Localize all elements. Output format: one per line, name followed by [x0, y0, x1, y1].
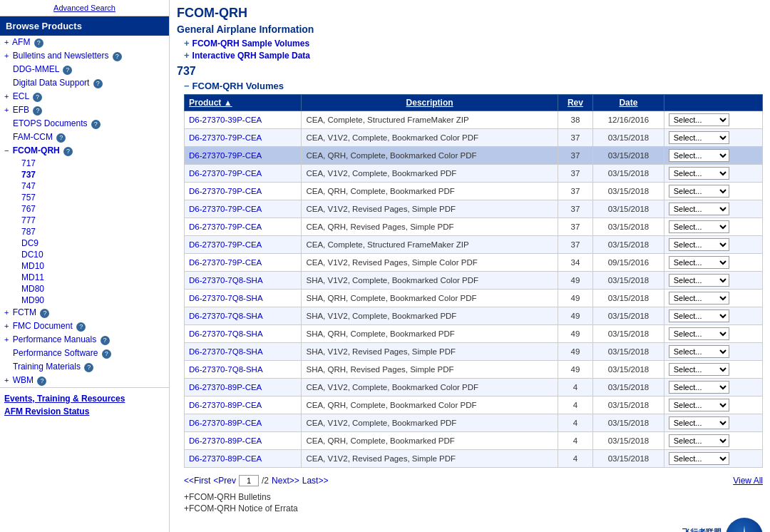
product-link[interactable]: D6-27370-7Q8-SHA — [189, 312, 263, 320]
last-page-link[interactable]: Last>> — [302, 476, 329, 486]
expand-icon-perf[interactable]: + — [4, 335, 9, 344]
col-header-rev[interactable]: Rev — [558, 95, 592, 111]
select-dropdown[interactable]: Select...DownloadView Online — [669, 434, 729, 447]
select-dropdown[interactable]: Select...DownloadView Online — [669, 292, 729, 305]
subsection-link-2[interactable]: Interactive QRH Sample Data — [192, 51, 310, 61]
perf-software-help-icon[interactable]: ? — [102, 349, 111, 359]
select-dropdown[interactable]: Select...DownloadView Online — [669, 220, 729, 233]
select-dropdown[interactable]: Select...DownloadView Online — [669, 452, 729, 465]
product-link[interactable]: D6-27370-89P-CEA — [189, 401, 262, 409]
aircraft-link-md11[interactable]: MD11 — [21, 272, 44, 282]
select-dropdown[interactable]: Select...DownloadView Online — [669, 274, 729, 287]
select-dropdown[interactable]: Select...DownloadView Online — [669, 363, 729, 376]
expand-icon[interactable]: + — [4, 38, 9, 46]
fam-link[interactable]: FAM-CCM — [13, 132, 53, 142]
product-link[interactable]: D6-27370-79P-CEA — [189, 240, 262, 249]
plus-icon-bulletins[interactable]: + — [184, 492, 189, 502]
expand-icon-fmc[interactable]: + — [4, 322, 9, 330]
ecl-help-icon[interactable]: ? — [33, 93, 42, 102]
perf-software-link[interactable]: Performance Software — [13, 348, 98, 358]
rev-sort-link[interactable]: Rev — [568, 98, 583, 108]
expand-icon-bulletins[interactable]: + — [4, 51, 9, 60]
training-link[interactable]: Training Materials — [13, 362, 81, 372]
aircraft-link-717[interactable]: 717 — [21, 158, 36, 168]
aircraft-link-md90[interactable]: MD90 — [21, 295, 44, 305]
fmc-help-icon[interactable]: ? — [76, 322, 86, 332]
subsection-link-1[interactable]: FCOM-QRH Sample Volumes — [192, 39, 309, 48]
aircraft-link-757[interactable]: 757 — [21, 193, 36, 203]
advanced-search-anchor[interactable]: Advanced Search — [53, 4, 115, 12]
select-dropdown[interactable]: Select...DownloadView Online — [669, 113, 729, 126]
ddg-help-icon[interactable]: ? — [63, 66, 72, 75]
collapse-volumes-icon[interactable]: − — [184, 81, 190, 91]
training-help-icon[interactable]: ? — [84, 363, 93, 372]
product-link[interactable]: D6-27370-7Q8-SHA — [189, 329, 263, 338]
select-dropdown[interactable]: Select...DownloadView Online — [669, 256, 729, 269]
afm-help-icon[interactable]: ? — [34, 39, 43, 48]
plus-icon-errata[interactable]: + — [184, 503, 189, 513]
plus-icon-1[interactable]: + — [184, 38, 190, 48]
product-link[interactable]: D6-27370-7Q8-SHA — [189, 347, 263, 356]
fcom-help-icon[interactable]: ? — [63, 147, 73, 156]
events-link[interactable]: Events, Training & Resources — [4, 394, 165, 404]
product-link[interactable]: D6-27370-79P-CEA — [189, 258, 262, 267]
aircraft-link-dc9[interactable]: DC9 — [21, 238, 38, 248]
plus-icon-2[interactable]: + — [184, 50, 190, 61]
aircraft-link-787[interactable]: 787 — [21, 227, 36, 237]
select-dropdown[interactable]: Select...DownloadView Online — [669, 185, 729, 198]
date-sort-link[interactable]: Date — [619, 98, 637, 108]
wbm-help-icon[interactable]: ? — [37, 377, 46, 386]
wbm-link[interactable]: WBM — [13, 375, 34, 385]
aircraft-link-md10[interactable]: MD10 — [21, 261, 44, 271]
fctm-help-icon[interactable]: ? — [40, 309, 49, 318]
select-dropdown[interactable]: Select...DownloadView Online — [669, 238, 729, 251]
product-link[interactable]: D6-27370-89P-CEA — [189, 383, 262, 392]
errata-section-link[interactable]: FCOM-QRH Notice of Errata — [189, 503, 298, 513]
select-dropdown[interactable]: Select...DownloadView Online — [669, 416, 729, 429]
etops-help-icon[interactable]: ? — [91, 120, 101, 129]
perf-manuals-help-icon[interactable]: ? — [101, 336, 110, 345]
col-header-date[interactable]: Date — [593, 95, 664, 111]
aircraft-link-dc10[interactable]: DC10 — [21, 250, 43, 260]
product-link[interactable]: D6-27370-7Q8-SHA — [189, 294, 263, 302]
expand-icon-wbm[interactable]: + — [4, 376, 9, 384]
product-link[interactable]: D6-27370-79P-CEA — [189, 222, 262, 231]
next-page-link[interactable]: Next>> — [272, 476, 299, 486]
first-page-link[interactable]: <<First — [184, 476, 210, 486]
view-all-link[interactable]: View All — [733, 476, 763, 486]
expand-icon-fcom[interactable]: − — [4, 146, 9, 155]
product-link[interactable]: D6-27370-89P-CEA — [189, 419, 262, 427]
efb-help-icon[interactable]: ? — [33, 106, 42, 116]
product-link[interactable]: D6-27370-89P-CEA — [189, 436, 262, 445]
product-link[interactable]: D6-27370-79P-CEA — [189, 169, 262, 178]
bulletins-link[interactable]: Bulletins and Newsletters — [13, 51, 109, 61]
product-link[interactable]: D6-27370-79P-CEA — [189, 133, 262, 142]
select-dropdown[interactable]: Select...DownloadView Online — [669, 310, 729, 322]
expand-icon-fctm[interactable]: + — [4, 308, 9, 317]
advanced-search-link[interactable]: Advanced Search — [0, 0, 169, 16]
select-dropdown[interactable]: Select...DownloadView Online — [669, 203, 729, 215]
col-header-description[interactable]: Description — [302, 95, 558, 111]
select-dropdown[interactable]: Select...DownloadView Online — [669, 399, 729, 411]
fctm-link[interactable]: FCTM — [13, 307, 36, 317]
bulletins-section-link[interactable]: FCOM-QRH Bulletins — [189, 492, 271, 502]
product-link[interactable]: D6-27370-79P-CEA — [189, 205, 262, 213]
select-dropdown[interactable]: Select...DownloadView Online — [669, 131, 729, 144]
product-link[interactable]: D6-27370-79P-CEA — [189, 151, 262, 160]
fmc-link[interactable]: FMC Document — [13, 321, 73, 331]
product-link[interactable]: D6-27370-39P-CEA — [189, 116, 262, 124]
fcom-link[interactable]: FCOM-QRH — [13, 145, 60, 155]
description-sort-link[interactable]: Description — [406, 98, 453, 108]
etops-link[interactable]: ETOPS Documents — [13, 118, 87, 128]
product-link[interactable]: D6-27370-7Q8-SHA — [189, 365, 263, 374]
product-link[interactable]: D6-27370-79P-CEA — [189, 187, 262, 195]
aircraft-link-777[interactable]: 777 — [21, 215, 36, 225]
digital-link[interactable]: Digital Data Support — [13, 78, 89, 88]
select-dropdown[interactable]: Select...DownloadView Online — [669, 327, 729, 340]
select-dropdown[interactable]: Select...DownloadView Online — [669, 381, 729, 394]
aircraft-link-737[interactable]: 737 — [21, 170, 36, 180]
current-page-input[interactable] — [239, 475, 259, 486]
product-link[interactable]: D6-27370-89P-CEA — [189, 454, 262, 463]
product-sort-link[interactable]: Product ▲ — [189, 98, 232, 108]
select-dropdown[interactable]: Select...DownloadView Online — [669, 345, 729, 358]
